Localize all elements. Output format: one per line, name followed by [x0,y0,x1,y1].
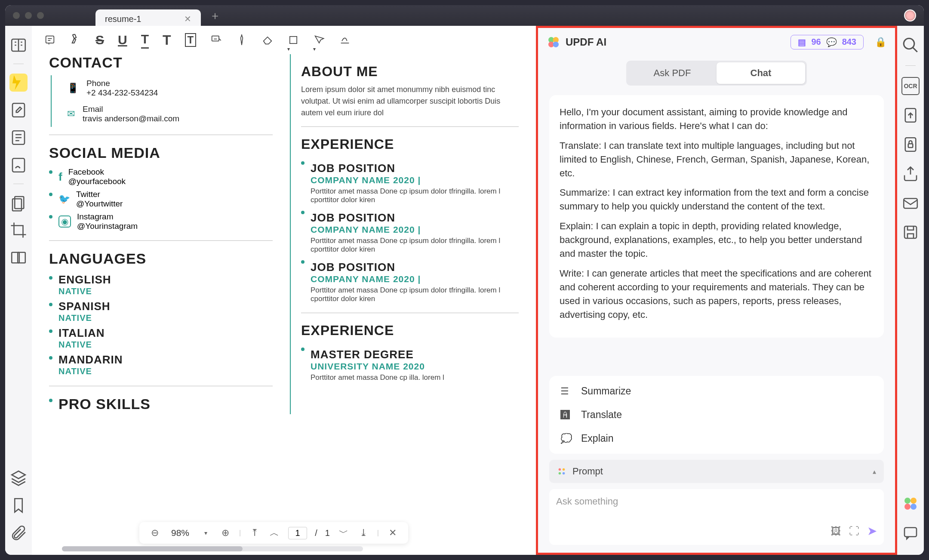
svg-rect-24 [904,226,917,238]
explain-icon: 💭 [560,433,572,444]
svg-point-17 [559,472,561,475]
tab-ask-pdf[interactable]: Ask PDF [628,62,717,84]
svg-rect-8 [46,36,54,43]
zoom-dropdown-icon[interactable]: ▾ [200,529,212,536]
squiggly-icon[interactable]: T [141,32,149,49]
ai-chat-body[interactable]: Hello, I'm your document assistant, aimi… [538,90,895,370]
protect-icon[interactable] [901,135,920,154]
crop-icon[interactable] [9,221,28,239]
layers-icon[interactable] [9,469,28,487]
horizontal-scrollbar[interactable] [62,546,363,551]
quick-actions: ☰Summarize 🅰Translate 💭Explain [549,376,884,454]
svg-point-25 [904,498,911,504]
minimize-window[interactable] [25,12,32,19]
ai-message: Hello, I'm your document assistant, aimi… [549,95,884,338]
svg-rect-22 [908,144,913,148]
svg-rect-1 [12,103,25,117]
language-item: MANDARINNATIVE [49,351,273,378]
svg-point-19 [904,38,914,49]
close-tab-icon[interactable]: ✕ [184,14,191,24]
right-sidebar: OCR [897,26,924,555]
ai-toggle-icon[interactable] [901,495,920,513]
phone-icon: 📱 [67,83,79,94]
save-icon[interactable] [901,223,920,241]
image-upload-icon[interactable]: 🖼 [831,525,841,537]
email-icon[interactable] [901,194,920,212]
svg-point-26 [911,498,917,504]
action-summarize[interactable]: ☰Summarize [549,379,884,403]
lock-icon[interactable]: 🔒 [875,37,886,48]
note-icon[interactable] [44,34,56,46]
bookmark-icon[interactable] [9,496,28,514]
underline-icon[interactable]: U [118,33,127,47]
next-page-icon[interactable]: ﹀ [338,526,350,539]
page-tools-icon[interactable] [9,129,28,147]
zoom-level[interactable]: 98% [169,528,192,538]
add-tab-icon[interactable]: ＋ [209,8,221,23]
signature-icon[interactable] [339,34,351,46]
first-page-icon[interactable]: ⤒ [249,527,261,538]
svg-point-28 [911,504,917,510]
send-icon[interactable]: ➤ [867,524,877,538]
ocr-icon[interactable]: OCR [901,77,920,95]
prev-page-icon[interactable]: ︿ [268,526,280,539]
twitter-icon: 🐦 [58,194,70,205]
search-icon[interactable] [901,36,920,54]
organize-pages-icon[interactable] [9,194,28,212]
maximize-window[interactable] [37,12,44,19]
credit-counter[interactable]: ▤96 💬843 [791,35,864,49]
last-page-icon[interactable]: ⤓ [357,527,369,538]
zoom-in-icon[interactable]: ⊕ [219,527,231,538]
strikethrough-icon[interactable]: S [95,33,104,47]
stamp-icon[interactable]: ▾ [313,34,325,46]
zoom-out-icon[interactable]: ⊖ [149,527,161,538]
share-icon[interactable] [901,165,920,183]
translate-icon: 🅰 [560,409,572,421]
page-canvas[interactable]: CONTACT 📱 Phone+2 434-232-534234 ✉ Email… [32,54,536,555]
ai-assistant-panel: UPDF AI ▤96 💬843 🔒 Ask PDF Chat Hello, I… [536,26,897,555]
social-item: 🐦Twitter@Yourtwitter [49,188,273,210]
email-icon: ✉ [67,108,75,120]
shape-icon[interactable]: ▾ [287,34,299,46]
separator [13,64,24,64]
skills-heading: PRO SKILLS [58,396,151,412]
user-avatar[interactable] [904,9,916,22]
titlebar: resume-1 ✕ ＋ [5,5,924,26]
action-explain[interactable]: 💭Explain [549,427,884,450]
fill-sign-icon[interactable] [9,156,28,174]
close-window[interactable] [13,12,20,19]
text-tool-icon[interactable]: T [163,32,171,48]
svg-point-18 [563,472,565,475]
chat-credit-icon: 💬 [824,37,840,47]
svg-rect-23 [904,199,917,209]
chevron-up-icon: ▴ [873,468,876,476]
convert-icon[interactable] [901,106,920,124]
callout-icon[interactable] [210,34,222,46]
chat-input[interactable] [556,496,877,518]
screenshot-icon[interactable]: ⛶ [849,525,859,537]
pencil-icon[interactable] [236,34,248,46]
highlighter-icon[interactable] [70,34,82,46]
chat-icon[interactable] [901,524,920,542]
prompt-selector[interactable]: Prompt ▴ [549,460,884,483]
workspace: S U T T T ▾ ▾ CONTACT 📱 Pho [5,26,924,555]
comment-tool-icon[interactable] [9,74,28,92]
attachment-icon[interactable] [9,524,28,542]
separator [905,65,916,66]
about-heading: ABOUT ME [301,64,519,80]
tab-chat[interactable]: Chat [717,62,805,84]
separator [13,184,24,184]
eraser-icon[interactable] [261,34,274,46]
textbox-icon[interactable]: T [185,33,197,47]
svg-rect-21 [905,138,916,151]
close-bar-icon[interactable]: ✕ [387,527,399,538]
left-sidebar [5,26,32,555]
edit-tool-icon[interactable] [9,101,28,119]
updf-logo-icon [547,35,560,49]
action-translate[interactable]: 🅰Translate [549,403,884,427]
svg-rect-10 [290,37,297,43]
compare-icon[interactable] [9,249,28,267]
reader-mode-icon[interactable] [9,36,28,54]
social-item: ◉Instagram@Yourinstagram [49,210,273,233]
page-input[interactable] [288,527,307,539]
